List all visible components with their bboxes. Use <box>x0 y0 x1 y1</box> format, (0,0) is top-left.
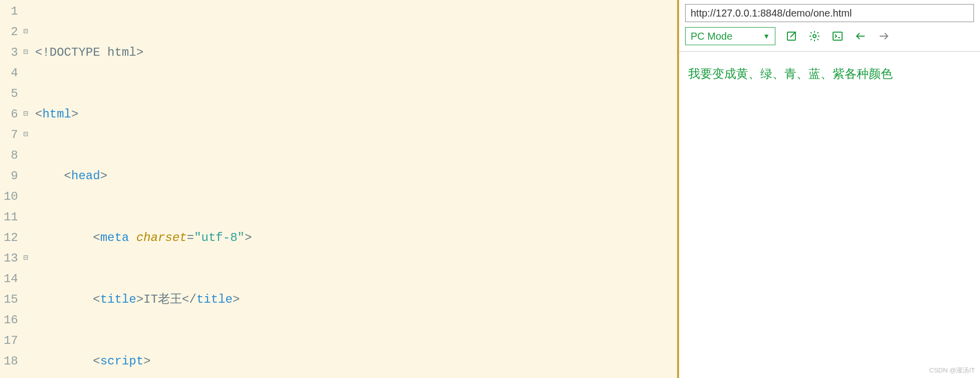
fold-marker[interactable]: ⊟ <box>20 42 31 63</box>
preview-pane: http://127.0.0.1:8848/demo/one.html PC M… <box>679 0 980 378</box>
line-number: 11 <box>0 207 20 227</box>
watermark: CSDN @灌汤IT <box>929 366 975 375</box>
code-line[interactable]: <head> <box>35 166 418 186</box>
mode-label: PC Mode <box>691 31 732 42</box>
line-number: 12 <box>0 227 20 248</box>
url-bar[interactable]: http://127.0.0.1:8848/demo/one.html <box>685 4 974 22</box>
tag-script: script <box>100 354 143 368</box>
tag-meta: meta <box>100 231 129 244</box>
code-line[interactable]: <script> <box>35 351 418 371</box>
mode-select[interactable]: PC Mode ▼ <box>685 27 775 45</box>
fold-marker[interactable]: ⊟ <box>20 104 31 124</box>
tag-html: html <box>42 107 71 121</box>
line-number: 8 <box>0 145 20 166</box>
line-number: 18 <box>0 351 20 371</box>
code-line[interactable]: <!DOCTYPE html> <box>35 42 418 63</box>
attr-charset-value: "utf-8" <box>194 231 245 244</box>
line-number: 7 <box>0 124 20 145</box>
line-number: 2 <box>0 22 20 42</box>
console-icon[interactable] <box>831 29 845 43</box>
tag-title-close: title <box>197 293 233 306</box>
preview-toolbar: PC Mode ▼ <box>685 26 974 46</box>
title-text: IT老王 <box>143 293 182 306</box>
line-number: 4 <box>0 63 20 83</box>
code-line[interactable]: <html> <box>35 104 418 124</box>
chevron-down-icon: ▼ <box>763 32 770 40</box>
line-number: 15 <box>0 289 20 310</box>
gear-icon[interactable] <box>807 29 822 43</box>
line-number: 5 <box>0 83 20 104</box>
line-number: 16 <box>0 310 20 330</box>
line-number: 1 <box>0 1 20 22</box>
line-number: 14 <box>0 269 20 289</box>
line-number: 17 <box>0 330 20 351</box>
fold-marker[interactable]: ⊟ <box>20 248 31 269</box>
code-line[interactable]: <title>IT老王</title> <box>35 289 418 310</box>
line-number: 10 <box>0 186 20 207</box>
svg-point-1 <box>813 35 816 38</box>
svg-rect-2 <box>833 32 842 40</box>
line-number: 6 <box>0 104 20 124</box>
forward-icon[interactable] <box>877 29 891 43</box>
preview-body: 我要变成黄、绿、青、蓝、紫各种颜色 <box>679 52 980 378</box>
editor-gutter: 1 2⊟ 3⊟ 4 5 6⊟ 7⊟ 8 9 10 11 12 13⊟ 14 15… <box>0 0 31 378</box>
code-line[interactable]: <meta charset="utf-8"> <box>35 227 418 248</box>
fold-marker[interactable]: ⊟ <box>20 124 31 145</box>
line-number: 9 <box>0 166 20 186</box>
doctype: <!DOCTYPE html> <box>35 46 143 59</box>
preview-output-text: 我要变成黄、绿、青、蓝、紫各种颜色 <box>688 66 971 82</box>
attr-charset: charset <box>136 231 187 244</box>
external-icon[interactable] <box>784 29 798 43</box>
line-number: 13 <box>0 248 20 269</box>
url-text: http://127.0.0.1:8848/demo/one.html <box>691 8 852 19</box>
tag-title: title <box>100 293 136 306</box>
fold-marker[interactable]: ⊟ <box>20 22 31 42</box>
line-number: 3 <box>0 42 20 63</box>
code-content[interactable]: <!DOCTYPE html> <html> <head> <meta char… <box>31 0 418 378</box>
back-icon[interactable] <box>854 29 868 43</box>
code-editor-pane[interactable]: 1 2⊟ 3⊟ 4 5 6⊟ 7⊟ 8 9 10 11 12 13⊟ 14 15… <box>0 0 677 378</box>
tag-head: head <box>71 169 100 183</box>
